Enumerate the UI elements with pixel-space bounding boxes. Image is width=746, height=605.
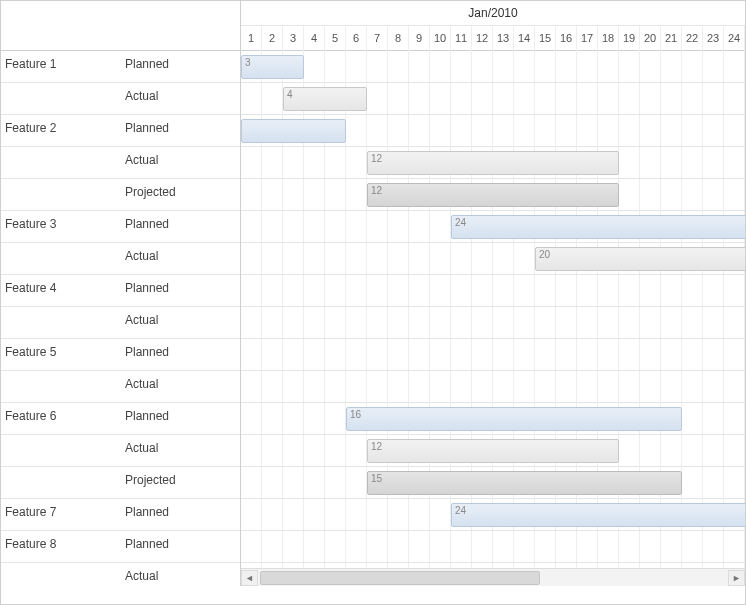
day-header-cell: 23: [703, 26, 724, 51]
timeline-row: [241, 307, 745, 339]
row-type-cell: Actual: [121, 243, 241, 274]
table-row: Projected: [1, 467, 240, 499]
row-type-cell: Planned: [121, 339, 241, 370]
day-header-cell: 8: [388, 26, 409, 51]
gantt-bar-actual[interactable]: 4: [283, 87, 367, 111]
scroll-left-icon[interactable]: ◄: [241, 570, 258, 586]
feature-name-cell: Feature 2: [1, 115, 121, 146]
day-header-cell: 4: [304, 26, 325, 51]
timeline-row: 15: [241, 467, 745, 499]
timeline-row: 12: [241, 435, 745, 467]
timeline-row: [241, 531, 745, 563]
day-header-cell: 9: [409, 26, 430, 51]
gantt-bar-planned[interactable]: 24: [451, 215, 745, 239]
day-header-cell: 5: [325, 26, 346, 51]
row-type-cell: Planned: [121, 531, 241, 562]
table-row: Feature 1Planned: [1, 51, 240, 83]
feature-name-cell: [1, 467, 121, 498]
gantt-bar-actual[interactable]: 12: [367, 151, 619, 175]
row-type-cell: Planned: [121, 275, 241, 306]
day-header-cell: 16: [556, 26, 577, 51]
row-type-cell: Projected: [121, 467, 241, 498]
month-label: Jan/2010: [241, 1, 745, 26]
feature-name-cell: [1, 147, 121, 178]
table-row: Feature 2Planned: [1, 115, 240, 147]
feature-name-cell: Feature 1: [1, 51, 121, 82]
timeline-row: [241, 115, 745, 147]
row-type-cell: Actual: [121, 435, 241, 466]
feature-name-cell: Feature 6: [1, 403, 121, 434]
scroll-thumb[interactable]: [260, 571, 540, 585]
table-row: Feature 7Planned: [1, 499, 240, 531]
timeline-row: 24: [241, 499, 745, 531]
table-row: Actual: [1, 307, 240, 339]
gantt-bar-projected[interactable]: 12: [367, 183, 619, 207]
timeline-row: [241, 371, 745, 403]
feature-name-cell: [1, 307, 121, 338]
day-header-cell: 13: [493, 26, 514, 51]
gantt-bar-actual[interactable]: 20: [535, 247, 745, 271]
gantt-bar-planned[interactable]: 24: [451, 503, 745, 527]
day-header-cell: 7: [367, 26, 388, 51]
timeline-row: 12: [241, 179, 745, 211]
day-header-cell: 15: [535, 26, 556, 51]
scroll-track[interactable]: [258, 570, 728, 586]
gantt-timeline-area: 341212242016121524 ◄ ►: [241, 51, 745, 586]
table-row: Actual: [1, 147, 240, 179]
timeline-row: 20: [241, 243, 745, 275]
table-row: Feature 5Planned: [1, 339, 240, 371]
table-row: Actual: [1, 435, 240, 467]
day-header-cell: 20: [640, 26, 661, 51]
day-header-cell: 3: [283, 26, 304, 51]
row-type-cell: Actual: [121, 307, 241, 338]
gantt-bar-actual[interactable]: 12: [367, 439, 619, 463]
gantt-body: Feature 1PlannedActualFeature 2PlannedAc…: [1, 51, 745, 586]
row-type-cell: Actual: [121, 563, 241, 586]
day-header-cell: 24: [724, 26, 745, 51]
table-row: Actual: [1, 563, 240, 586]
day-header-cell: 2: [262, 26, 283, 51]
table-row: Feature 4Planned: [1, 275, 240, 307]
days-row: 123456789101112131415161718192021222324: [241, 26, 745, 51]
feature-name-cell: [1, 83, 121, 114]
gantt-bar-projected[interactable]: 15: [367, 471, 682, 495]
row-type-cell: Projected: [121, 179, 241, 210]
feature-name-cell: [1, 179, 121, 210]
row-type-cell: Planned: [121, 115, 241, 146]
row-type-cell: Actual: [121, 147, 241, 178]
row-type-cell: Planned: [121, 51, 241, 82]
gantt-chart: Jan/2010 1234567891011121314151617181920…: [0, 0, 746, 605]
day-header-cell: 17: [577, 26, 598, 51]
table-row: Actual: [1, 371, 240, 403]
row-type-cell: Planned: [121, 499, 241, 530]
feature-name-cell: Feature 4: [1, 275, 121, 306]
day-header-cell: 21: [661, 26, 682, 51]
table-row: Actual: [1, 83, 240, 115]
day-header-cell: 1: [241, 26, 262, 51]
day-header-cell: 22: [682, 26, 703, 51]
day-header-cell: 10: [430, 26, 451, 51]
day-header-cell: 11: [451, 26, 472, 51]
gantt-bar-planned[interactable]: 16: [346, 407, 682, 431]
gantt-grid[interactable]: 341212242016121524: [241, 51, 745, 568]
table-row: Projected: [1, 179, 240, 211]
header-timeline: Jan/2010 1234567891011121314151617181920…: [241, 1, 745, 51]
feature-name-cell: [1, 371, 121, 402]
gantt-bar-planned[interactable]: [241, 119, 346, 143]
feature-name-cell: Feature 3: [1, 211, 121, 242]
feature-name-cell: [1, 435, 121, 466]
table-row: Actual: [1, 243, 240, 275]
gantt-header: Jan/2010 1234567891011121314151617181920…: [1, 1, 745, 51]
day-header-cell: 6: [346, 26, 367, 51]
table-row: Feature 3Planned: [1, 211, 240, 243]
row-type-cell: Actual: [121, 371, 241, 402]
table-row: Feature 8Planned: [1, 531, 240, 563]
gantt-bar-planned[interactable]: 3: [241, 55, 304, 79]
day-header-cell: 14: [514, 26, 535, 51]
gantt-rowheaders: Feature 1PlannedActualFeature 2PlannedAc…: [1, 51, 241, 586]
feature-name-cell: Feature 8: [1, 531, 121, 562]
timeline-row: 12: [241, 147, 745, 179]
feature-name-cell: [1, 243, 121, 274]
horizontal-scrollbar[interactable]: ◄ ►: [241, 568, 745, 586]
scroll-right-icon[interactable]: ►: [728, 570, 745, 586]
